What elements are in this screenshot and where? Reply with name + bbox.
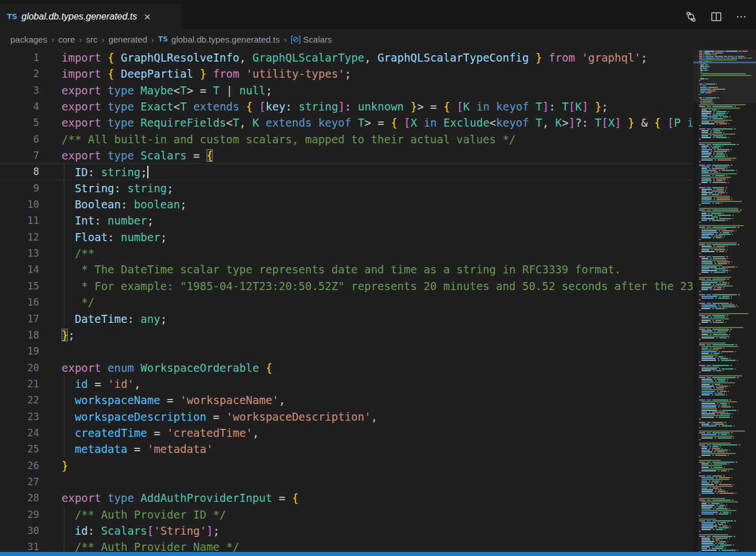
- code-line[interactable]: export type RequireFields<T, K extends k…: [0, 115, 693, 131]
- code-line[interactable]: import { DeepPartial } from 'utility-typ…: [0, 66, 693, 82]
- line-number[interactable]: 4: [0, 98, 55, 115]
- code-token: :: [127, 313, 140, 325]
- code-line[interactable]: export type AddAuthProviderInput = {: [0, 490, 693, 506]
- line-number[interactable]: 26: [0, 458, 55, 474]
- line-number[interactable]: 13: [0, 245, 55, 261]
- minimap-row: [699, 234, 754, 235]
- code-token: string: [101, 166, 141, 178]
- breadcrumb-item-generated[interactable]: generated: [108, 35, 147, 44]
- line-number[interactable]: 29: [0, 507, 55, 523]
- breadcrumb-item-core[interactable]: core: [58, 35, 75, 44]
- code-token: enum: [108, 361, 134, 374]
- code-line[interactable]: workspaceName = 'workspaceName',: [0, 392, 693, 408]
- code-line[interactable]: * For example: "1985-04-12T23:20:50.52Z"…: [0, 278, 693, 294]
- line-number[interactable]: 15: [0, 278, 55, 294]
- line-number[interactable]: 12: [0, 229, 55, 245]
- code-token: [134, 100, 140, 113]
- minimap-slider[interactable]: [693, 49, 756, 103]
- code-token: [114, 67, 121, 80]
- line-number[interactable]: 18: [0, 327, 55, 343]
- minimap-row: [699, 292, 754, 294]
- line-number[interactable]: 22: [0, 392, 55, 408]
- code-line[interactable]: Float: number;: [0, 229, 693, 245]
- code-line[interactable]: Int: number;: [0, 212, 693, 229]
- minimap-row: [699, 111, 754, 112]
- tab-bar: TS global.db.types.generated.ts ×: [0, 0, 756, 29]
- code-token: T: [595, 116, 601, 129]
- code-line[interactable]: */: [0, 294, 693, 310]
- code-line[interactable]: [0, 343, 693, 359]
- line-number[interactable]: 25: [0, 441, 55, 457]
- line-number[interactable]: 2: [0, 66, 55, 82]
- line-number[interactable]: 7: [0, 147, 55, 163]
- line-number[interactable]: 24: [0, 425, 55, 441]
- code-line[interactable]: export type Scalars = {: [0, 147, 693, 163]
- minimap-row: [699, 322, 754, 323]
- code-line[interactable]: createdTime = 'createdTime',: [0, 425, 693, 441]
- line-number[interactable]: 14: [0, 261, 55, 277]
- line-number[interactable]: 1: [0, 49, 55, 66]
- line-number[interactable]: 27: [0, 474, 55, 490]
- minimap-row: [699, 524, 754, 525]
- code-line[interactable]: Boolean: boolean;: [0, 196, 693, 212]
- code-token: /** Auth Provider Name */: [62, 540, 239, 552]
- editor-pane[interactable]: import { GraphQLResolveInfo, GraphQLScal…: [0, 49, 756, 552]
- code-line[interactable]: export type Maybe<T> = T | null;: [0, 82, 693, 98]
- code-line[interactable]: metadata = 'metadata': [0, 441, 693, 457]
- line-number[interactable]: 23: [0, 409, 55, 425]
- code-area[interactable]: import { GraphQLResolveInfo, GraphQLScal…: [0, 49, 693, 552]
- code-line[interactable]: String: string;: [0, 180, 693, 196]
- line-number[interactable]: 10: [0, 196, 55, 212]
- minimap-row: [699, 367, 754, 368]
- code-token: ,: [542, 116, 555, 129]
- minimap-row: [699, 538, 754, 539]
- code-line[interactable]: id = 'id',: [0, 376, 693, 392]
- code-line[interactable]: /**: [0, 245, 693, 261]
- line-number[interactable]: 16: [0, 294, 55, 310]
- line-number[interactable]: 3: [0, 82, 55, 98]
- line-number[interactable]: 6: [0, 131, 55, 147]
- line-number[interactable]: 11: [0, 212, 55, 229]
- line-number[interactable]: 19: [0, 343, 55, 359]
- minimap-row: [699, 493, 754, 494]
- breadcrumb-symbol[interactable]: Scalars: [303, 35, 332, 44]
- line-number[interactable]: 31: [0, 539, 55, 552]
- line-number[interactable]: 17: [0, 311, 55, 327]
- open-changes-icon[interactable]: [685, 10, 697, 23]
- line-number[interactable]: 8: [0, 163, 55, 180]
- line-number[interactable]: 9: [0, 180, 55, 196]
- minimap-row: [699, 439, 754, 440]
- minimap[interactable]: [693, 49, 756, 552]
- code-line[interactable]: /** Auth Provider Name */: [0, 539, 693, 552]
- indent-guide: [64, 507, 64, 552]
- code-line[interactable]: /** Auth Provider ID */: [0, 507, 693, 523]
- minimap-row: [699, 113, 754, 114]
- line-number[interactable]: 5: [0, 115, 55, 131]
- line-number[interactable]: 30: [0, 523, 55, 539]
- more-actions-icon[interactable]: ⋯: [735, 10, 748, 23]
- close-tab-icon[interactable]: ×: [144, 11, 151, 22]
- code-line[interactable]: export type Exact<T extends { [key: stri…: [0, 98, 693, 115]
- code-line[interactable]: };: [0, 327, 693, 343]
- code-line[interactable]: /** All built-in and custom scalars, map…: [0, 131, 693, 147]
- line-number[interactable]: 20: [0, 360, 55, 376]
- breadcrumb-item-src[interactable]: src: [86, 35, 97, 44]
- minimap-row: [699, 375, 754, 376]
- editor-tab[interactable]: TS global.db.types.generated.ts ×: [0, 4, 181, 29]
- code-line[interactable]: * The DateTime scalar type represents da…: [0, 261, 693, 277]
- breadcrumb-item-packages[interactable]: packages: [10, 35, 47, 44]
- line-number[interactable]: 28: [0, 490, 55, 506]
- split-editor-icon[interactable]: [710, 10, 723, 23]
- code-line[interactable]: workspaceDescription = 'workspaceDescrip…: [0, 409, 693, 425]
- code-line[interactable]: }: [0, 458, 693, 474]
- breadcrumb-file[interactable]: global.db.types.generated.ts: [171, 35, 280, 44]
- code-line[interactable]: [0, 474, 693, 490]
- line-number[interactable]: 21: [0, 376, 55, 392]
- code-line[interactable]: DateTime: any;: [0, 311, 693, 327]
- code-line[interactable]: import { GraphQLResolveInfo, GraphQLScal…: [0, 49, 693, 66]
- code-line[interactable]: ID: string;: [0, 163, 693, 180]
- code-line[interactable]: id: Scalars['String'];: [0, 523, 693, 539]
- code-line[interactable]: export enum WorkspaceOrderable {: [0, 360, 693, 376]
- minimap-row: [699, 475, 754, 477]
- code-token: [529, 100, 536, 113]
